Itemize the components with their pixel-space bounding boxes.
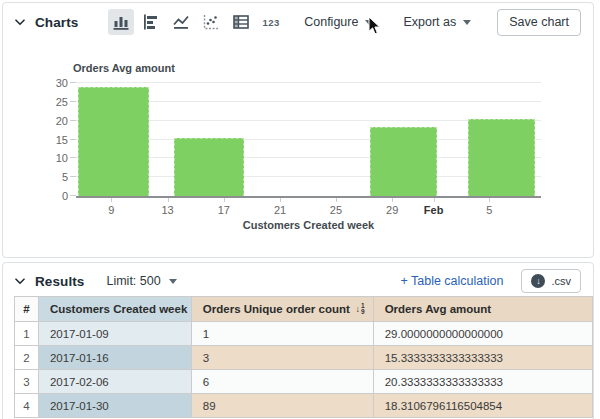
x-tick — [336, 198, 337, 202]
table-row: 22017-01-16315.3333333333333333 — [15, 346, 593, 370]
x-tick-label: 17 — [218, 204, 230, 216]
row-index-cell: 2 — [15, 346, 39, 370]
results-collapse-chevron-icon[interactable] — [15, 278, 25, 285]
column-header-avg-amount[interactable]: Orders Avg amount — [373, 297, 592, 322]
y-tick-label: 0 — [40, 190, 68, 202]
week-cell[interactable]: 2017-02-06 — [38, 370, 191, 394]
x-tick — [489, 198, 490, 202]
x-tick-label: 9 — [108, 204, 114, 216]
avg-amount-cell[interactable]: 20.3333333333333333 — [373, 370, 592, 394]
results-table: # Customers Created week Orders Unique o… — [14, 296, 593, 418]
column-header-week[interactable]: Customers Created week — [38, 297, 191, 322]
order-count-cell[interactable]: 3 — [191, 346, 373, 370]
chart-bar[interactable] — [370, 127, 437, 196]
chevron-down-icon — [463, 20, 471, 25]
chart-plot: 05101520253091317212529Feb5 — [76, 83, 541, 198]
table-calculation-link[interactable]: + Table calculation — [400, 274, 503, 288]
charts-panel: Charts — [2, 2, 594, 258]
results-panel-title: Results — [35, 274, 84, 289]
charts-panel-title: Charts — [35, 15, 78, 30]
x-tick — [392, 198, 393, 202]
row-index-cell: 3 — [15, 370, 39, 394]
column-chart-icon[interactable] — [108, 9, 134, 35]
y-tick — [70, 176, 76, 177]
y-tick — [70, 82, 76, 83]
configure-button[interactable]: Configure — [304, 15, 373, 29]
x-tick-label: 29 — [386, 204, 398, 216]
scatter-chart-icon[interactable] — [198, 9, 224, 35]
order-count-cell[interactable]: 6 — [191, 370, 373, 394]
gridline — [76, 82, 541, 83]
x-tick-label: Feb — [424, 204, 444, 216]
results-panel: Results Limit: 500 + Table calculation ↓… — [2, 262, 594, 419]
sort-ascending-icon: ↓19 — [356, 303, 365, 315]
x-tick — [434, 198, 435, 202]
x-tick-label: 21 — [274, 204, 286, 216]
download-csv-button[interactable]: ↓ .csv — [521, 269, 581, 293]
line-chart-icon[interactable] — [168, 9, 194, 35]
column-header-index: # — [15, 297, 39, 322]
y-tick-label: 30 — [40, 77, 68, 89]
results-panel-header: Results Limit: 500 + Table calculation ↓… — [3, 263, 593, 297]
y-tick-label: 25 — [40, 96, 68, 108]
table-header-row: # Customers Created week Orders Unique o… — [15, 297, 593, 322]
chevron-down-icon — [169, 279, 177, 284]
order-count-cell[interactable]: 89 — [191, 394, 373, 418]
order-count-cell[interactable]: 1 — [191, 322, 373, 346]
download-icon: ↓ — [531, 274, 545, 288]
avg-amount-cell[interactable]: 29.0000000000000000 — [373, 322, 592, 346]
y-tick-label: 10 — [40, 152, 68, 164]
x-tick-label: 13 — [161, 204, 173, 216]
chart-bar[interactable] — [78, 87, 149, 196]
x-tick-label: 5 — [486, 204, 492, 216]
table-row: 12017-01-09129.0000000000000000 — [15, 322, 593, 346]
week-cell[interactable]: 2017-01-30 — [38, 394, 191, 418]
y-tick-label: 15 — [40, 134, 68, 146]
y-tick — [70, 139, 76, 140]
chart-bar[interactable] — [468, 119, 536, 196]
x-axis-title: Customers Created week — [76, 219, 541, 231]
y-tick — [70, 120, 76, 121]
avg-amount-cell[interactable]: 15.3333333333333333 — [373, 346, 592, 370]
chart-type-toolbar: 123 — [108, 9, 284, 35]
x-tick — [224, 198, 225, 202]
row-index-cell: 4 — [15, 394, 39, 418]
week-cell[interactable]: 2017-01-16 — [38, 346, 191, 370]
charts-collapse-chevron-icon[interactable] — [15, 19, 25, 26]
y-tick — [70, 101, 76, 102]
bar-chart-icon[interactable] — [138, 9, 164, 35]
column-header-order-count[interactable]: Orders Unique order count ↓19 — [191, 297, 373, 322]
x-tick — [280, 198, 281, 202]
chart-title: Orders Avg amount — [73, 62, 175, 74]
table-row: 42017-01-308918.3106796116504854 — [15, 394, 593, 418]
x-tick — [111, 198, 112, 202]
avg-amount-cell[interactable]: 18.3106796116504854 — [373, 394, 592, 418]
y-tick — [70, 195, 76, 196]
export-as-button[interactable]: Export as — [403, 15, 471, 29]
limit-dropdown[interactable]: Limit: 500 — [106, 274, 176, 288]
row-index-cell: 1 — [15, 322, 39, 346]
single-value-icon[interactable]: 123 — [258, 9, 284, 35]
x-tick-label: 25 — [330, 204, 342, 216]
save-chart-button[interactable]: Save chart — [497, 9, 581, 36]
table-chart-icon[interactable] — [228, 9, 254, 35]
table-row: 32017-02-06620.3333333333333333 — [15, 370, 593, 394]
charts-panel-header: Charts — [3, 3, 593, 41]
chart-bar[interactable] — [174, 138, 244, 196]
y-tick-label: 5 — [40, 171, 68, 183]
y-tick-label: 20 — [40, 115, 68, 127]
y-tick — [70, 157, 76, 158]
x-tick — [168, 198, 169, 202]
week-cell[interactable]: 2017-01-09 — [38, 322, 191, 346]
chevron-down-icon — [365, 20, 373, 25]
results-tbody: 12017-01-09129.000000000000000022017-01-… — [15, 322, 593, 418]
